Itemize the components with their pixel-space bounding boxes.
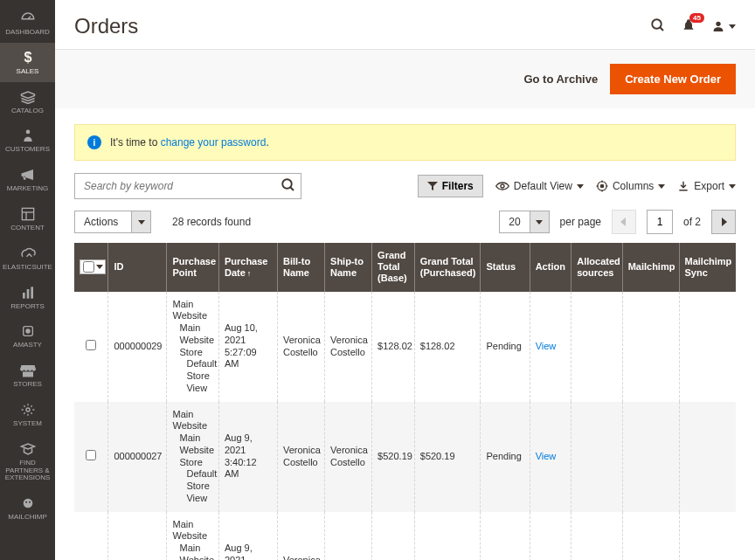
row-checkbox[interactable]: [86, 450, 96, 460]
sidebar-item-label: FIND PARTNERS & EXTENSIONS: [0, 460, 55, 482]
cell-status: Pending: [481, 512, 530, 560]
cell-bill-to: Veronica Costello: [277, 292, 324, 402]
sidebar-item-catalog-icon: [20, 89, 36, 105]
col-action[interactable]: Action: [530, 243, 571, 292]
sidebar-item-catalog[interactable]: CATALOG: [0, 82, 55, 121]
svg-rect-6: [23, 293, 25, 299]
sidebar-item-partners[interactable]: FIND PARTNERS & EXTENSIONS: [0, 434, 55, 488]
sidebar-item-marketing[interactable]: MARKETING: [0, 160, 55, 199]
table-row[interactable]: 000000027Main WebsiteMain Website StoreD…: [74, 402, 736, 512]
cell-action: View: [530, 512, 571, 560]
col-id[interactable]: ID: [108, 243, 167, 292]
svg-point-12: [23, 499, 32, 508]
chevron-down-icon: [536, 220, 543, 225]
sidebar-item-dashboard-icon: [20, 10, 36, 26]
svg-point-11: [26, 408, 30, 411]
page-size-toggle[interactable]: [530, 211, 550, 233]
cell-purchase-point: Main WebsiteMain Website StoreDefault St…: [167, 402, 218, 512]
sidebar-item-elasticsuite-icon: [20, 245, 36, 261]
notifications-icon[interactable]: 45: [682, 18, 696, 35]
actions-toggle[interactable]: [132, 211, 151, 233]
cell-mailchimp: [622, 402, 679, 512]
cell-grand-base: $520.19: [372, 402, 415, 512]
cell-bill-to: Veronica Costello: [277, 512, 324, 560]
table-row[interactable]: 000000029Main WebsiteMain Website StoreD…: [74, 292, 736, 402]
table-row[interactable]: 000000028Main WebsiteMain Website StoreD…: [74, 512, 736, 560]
sidebar-item-system[interactable]: SYSTEM: [0, 395, 55, 434]
col-status[interactable]: Status: [481, 243, 530, 292]
col-purchase-date[interactable]: Purchase Date↑: [218, 243, 277, 292]
search-button[interactable]: [281, 177, 296, 196]
go-to-archive-button[interactable]: Go to Archive: [523, 64, 598, 94]
cell-mailchimp: [622, 292, 679, 402]
svg-line-16: [660, 27, 663, 31]
col-mailchimp[interactable]: Mailchimp: [622, 243, 679, 292]
export-button[interactable]: Export: [677, 180, 736, 192]
sidebar-item-elasticsuite[interactable]: ELASTICSUITE: [0, 239, 55, 278]
sidebar-item-reports[interactable]: REPORTS: [0, 278, 55, 317]
orders-grid: ID Purchase Point Purchase Date↑ Bill-to…: [55, 243, 755, 560]
sidebar-item-amasty[interactable]: AMASTY: [0, 316, 55, 356]
search-input[interactable]: [74, 173, 301, 199]
cell-id: 000000028: [108, 512, 167, 560]
chevron-down-icon: [138, 220, 145, 225]
svg-point-15: [652, 19, 661, 29]
col-ship-to[interactable]: Ship-to Name: [325, 243, 372, 292]
svg-point-10: [26, 329, 30, 333]
col-purchase-point[interactable]: Purchase Point: [167, 243, 218, 292]
row-checkbox[interactable]: [86, 340, 96, 350]
col-grand-purchased[interactable]: Grand Total (Purchased): [414, 243, 481, 292]
sidebar-item-label: STORES: [13, 381, 42, 389]
default-view-button[interactable]: Default View: [495, 180, 584, 192]
sidebar-item-customers[interactable]: CUSTOMERS: [0, 121, 55, 160]
svg-text:$: $: [24, 50, 31, 65]
sidebar-item-mailchimp[interactable]: MAILCHIMP: [0, 488, 55, 528]
svg-point-18: [282, 179, 292, 189]
page-input[interactable]: [647, 210, 673, 234]
cell-mailchimp-sync: [679, 512, 736, 560]
cell-status: Pending: [481, 402, 530, 512]
view-link[interactable]: View: [536, 341, 557, 351]
columns-button[interactable]: Columns: [596, 180, 665, 192]
info-icon: i: [87, 135, 101, 149]
per-page-label: per page: [560, 216, 601, 228]
cell-grand-base: $0.00: [372, 512, 415, 560]
next-page-button[interactable]: [711, 210, 736, 234]
col-mailchimp-sync[interactable]: Mailchimp Sync: [679, 243, 736, 292]
col-select-all[interactable]: [74, 243, 108, 292]
sidebar-item-stores-icon: [20, 363, 36, 378]
cell-mailchimp: [622, 512, 679, 560]
col-grand-base[interactable]: Grand Total (Base): [372, 243, 415, 292]
sidebar-item-label: MAILCHIMP: [8, 514, 46, 522]
default-view-label: Default View: [514, 180, 572, 192]
svg-point-17: [716, 22, 720, 26]
col-bill-to[interactable]: Bill-to Name: [277, 243, 324, 292]
select-all-checkbox[interactable]: [83, 261, 94, 273]
cell-allocated: [571, 292, 622, 402]
cell-allocated: [571, 402, 622, 512]
search-icon[interactable]: [650, 17, 666, 36]
sidebar-item-stores[interactable]: STORES: [0, 356, 55, 395]
sidebar-item-label: AMASTY: [13, 342, 42, 349]
cell-action: View: [530, 292, 571, 402]
create-new-order-button[interactable]: Create New Order: [610, 64, 736, 94]
password-notice: i It's time to change your password.: [74, 124, 736, 161]
action-bar: Go to Archive Create New Order: [55, 49, 755, 108]
sidebar-item-amasty-icon: [21, 323, 35, 339]
actions-dropdown[interactable]: Actions: [74, 211, 151, 233]
change-password-link[interactable]: change your password: [161, 136, 267, 149]
filters-button[interactable]: Filters: [418, 175, 483, 197]
sidebar-item-sales[interactable]: $SALES: [0, 43, 55, 82]
user-menu[interactable]: [711, 19, 736, 33]
col-allocated[interactable]: Allocated sources: [571, 243, 622, 292]
sidebar-item-reports-icon: [21, 285, 35, 301]
svg-rect-8: [31, 287, 33, 298]
grid-toolbar-top: Filters Default View Columns Export: [55, 173, 755, 210]
sidebar-item-dashboard[interactable]: DASHBOARD: [0, 3, 55, 43]
sidebar-item-content[interactable]: CONTENT: [0, 199, 55, 239]
view-link[interactable]: View: [536, 451, 557, 461]
prev-page-button[interactable]: [612, 210, 636, 234]
sidebar-item-label: SALES: [17, 68, 39, 76]
page-title: Orders: [74, 14, 138, 38]
page-size-select[interactable]: 20: [499, 211, 549, 233]
